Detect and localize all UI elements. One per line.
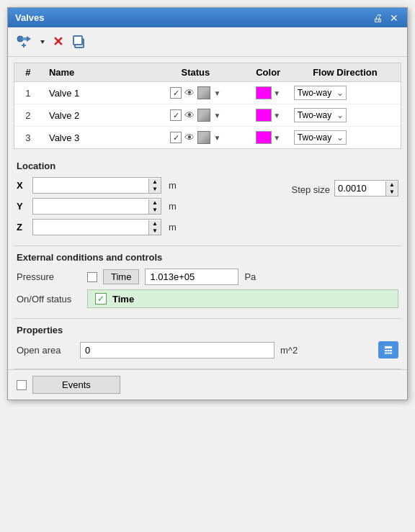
open-area-unit: m^2 (280, 345, 298, 356)
eye-icon[interactable]: 👁 (184, 109, 195, 121)
y-row: Y ▲ ▼ m (17, 198, 285, 215)
open-area-input[interactable] (80, 342, 275, 359)
x-row: X ▲ ▼ m (17, 177, 285, 194)
col-name: Name (42, 63, 144, 82)
xyz-inputs: X ▲ ▼ m Y ▲ (17, 177, 285, 240)
cube-icon (197, 86, 210, 99)
svg-rect-9 (385, 346, 392, 348)
step-down-button[interactable]: ▼ (386, 189, 398, 196)
toolbar: ✕ (8, 27, 407, 57)
row-num: 2 (14, 104, 42, 127)
step-input-wrap: ▲ ▼ (334, 180, 398, 197)
color-dropdown-arrow[interactable]: ▼ (273, 89, 280, 97)
z-up-button[interactable]: ▲ (149, 220, 161, 227)
external-title: External conditions and controls (17, 252, 398, 263)
row-status: ✓ 👁 ▼ (144, 127, 246, 149)
svg-rect-12 (390, 350, 392, 351)
onoff-time-label: Time (112, 294, 134, 305)
color-dropdown-arrow[interactable]: ▼ (273, 112, 280, 120)
visible-checkbox[interactable]: ✓ (170, 132, 182, 143)
y-down-button[interactable]: ▼ (149, 207, 161, 214)
z-spinners: ▲ ▼ (148, 220, 161, 235)
eye-icon[interactable]: 👁 (184, 132, 195, 143)
col-color: Color (247, 63, 290, 82)
row-flow: Two-way One-way (290, 82, 401, 104)
x-input[interactable] (33, 178, 148, 193)
copy-button[interactable] (69, 32, 89, 51)
row-color: ▼ (247, 127, 290, 149)
x-up-button[interactable]: ▲ (149, 179, 161, 186)
z-label: Z (17, 222, 28, 233)
properties-title: Properties (17, 325, 398, 335)
properties-section: Properties Open area m^2 (8, 319, 407, 369)
pressure-label: Pressure (17, 271, 81, 282)
eye-icon[interactable]: 👁 (184, 87, 195, 99)
y-input[interactable] (33, 199, 148, 214)
pressure-checkbox[interactable] (87, 272, 97, 282)
open-area-row: Open area m^2 (17, 341, 398, 359)
row-name: Valve 3 (42, 127, 144, 149)
onoff-row-wrapper: On/Off status ✓ Time (17, 289, 398, 308)
flow-direction-select[interactable]: Two-way One-way (294, 108, 347, 122)
location-section: Location X ▲ ▼ m Y (8, 155, 407, 245)
y-spinners: ▲ ▼ (148, 199, 161, 214)
col-num: # (14, 63, 42, 82)
svg-rect-15 (390, 353, 392, 354)
step-spinners: ▲ ▼ (385, 181, 398, 196)
window-title: Valves (15, 12, 45, 23)
events-checkbox[interactable] (17, 380, 27, 390)
row-name: Valve 2 (42, 104, 144, 127)
events-row: Events (8, 369, 407, 400)
visible-checkbox[interactable]: ✓ (170, 87, 182, 99)
z-down-button[interactable]: ▼ (149, 227, 161, 235)
delete-button[interactable]: ✕ (50, 32, 66, 52)
status-dropdown-arrow[interactable]: ▼ (213, 89, 220, 97)
color-dropdown-arrow[interactable]: ▼ (273, 134, 280, 142)
z-input-wrap: ▲ ▼ (32, 219, 161, 235)
y-unit: m (169, 201, 177, 212)
svg-marker-2 (27, 36, 31, 42)
row-color: ▼ (247, 104, 290, 127)
col-status: Status (144, 63, 246, 82)
dropdown-arrow-button[interactable] (38, 38, 47, 45)
color-picker[interactable] (256, 131, 272, 144)
table-row: 3 Valve 3 ✓ 👁 ▼ ▼ (14, 127, 401, 149)
x-label: X (17, 180, 28, 191)
print-button[interactable]: 🖨 (371, 13, 384, 23)
color-picker[interactable] (256, 109, 272, 122)
y-up-button[interactable]: ▲ (149, 199, 161, 207)
flow-direction-select[interactable]: Two-way One-way (294, 86, 347, 100)
title-bar-buttons: 🖨 ✕ (371, 13, 400, 23)
svg-rect-7 (73, 36, 82, 45)
status-dropdown-arrow[interactable]: ▼ (213, 134, 220, 142)
svg-rect-10 (385, 350, 387, 351)
pressure-time-button[interactable]: Time (103, 269, 139, 284)
svg-rect-11 (388, 350, 390, 351)
onoff-label: On/Off status (17, 294, 81, 305)
color-picker[interactable] (256, 86, 272, 99)
main-window: Valves 🖨 ✕ ✕ (7, 7, 408, 400)
status-dropdown-arrow[interactable]: ▼ (213, 112, 220, 120)
x-unit: m (169, 180, 177, 191)
step-size-label: Step size (292, 184, 330, 195)
onoff-checkbox[interactable]: ✓ (95, 293, 107, 305)
pressure-value-input[interactable] (145, 269, 238, 285)
col-flow: Flow Direction (290, 63, 401, 82)
z-row: Z ▲ ▼ m (17, 219, 285, 235)
step-size-input[interactable] (335, 181, 385, 196)
visible-checkbox[interactable]: ✓ (170, 109, 182, 121)
svg-rect-14 (388, 353, 390, 354)
flow-direction-select[interactable]: Two-way One-way (294, 130, 347, 145)
close-button[interactable]: ✕ (388, 13, 400, 23)
open-area-label: Open area (17, 345, 74, 356)
table-row: 2 Valve 2 ✓ 👁 ▼ ▼ (14, 104, 401, 127)
x-down-button[interactable]: ▼ (149, 186, 161, 193)
add-valve-button[interactable] (14, 32, 35, 51)
row-name: Valve 1 (42, 82, 144, 104)
calculator-button[interactable] (378, 341, 398, 359)
valves-table: # Name Status Color Flow Direction 1 Val… (14, 63, 401, 149)
step-up-button[interactable]: ▲ (386, 181, 398, 189)
events-button[interactable]: Events (32, 376, 120, 394)
z-input[interactable] (33, 220, 148, 235)
y-input-wrap: ▲ ▼ (32, 198, 161, 215)
